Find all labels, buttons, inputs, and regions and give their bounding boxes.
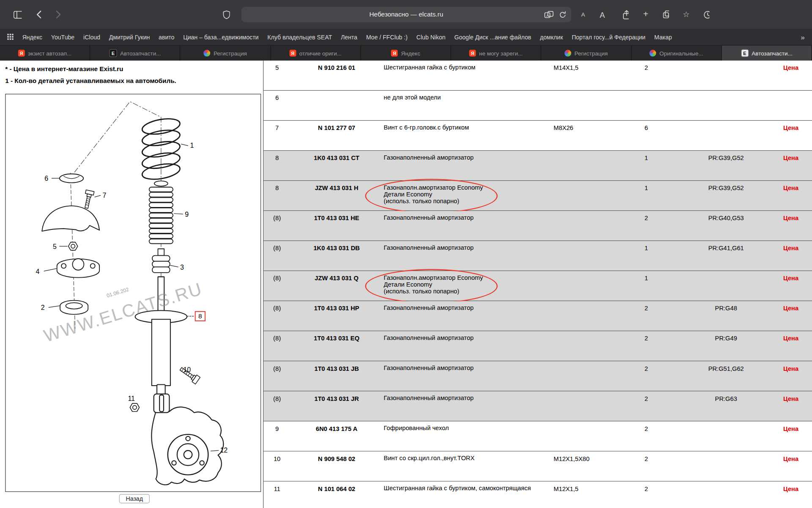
- large-a-icon: A: [600, 10, 605, 19]
- part-description: Гофрированный чехол: [384, 425, 550, 432]
- price-link[interactable]: Цена: [783, 455, 798, 462]
- browser-tab[interactable]: EАвтозапчасти...: [90, 46, 180, 61]
- note-price: * - Цена в интернет-магазине Exist.ru: [5, 63, 176, 75]
- price-link[interactable]: Цена: [783, 215, 798, 222]
- back-link-button[interactable]: Назад: [119, 494, 150, 503]
- bookmark-item[interactable]: Яндекс: [22, 34, 42, 40]
- bookmark-item[interactable]: авито: [159, 34, 174, 40]
- price-link[interactable]: Цена: [783, 305, 798, 312]
- yandex-favicon: Я: [469, 50, 476, 57]
- part-row: 10N 909 548 02Винт со скр.цил.гол.,внут.…: [263, 452, 812, 482]
- callout-9: 9: [185, 211, 189, 218]
- share-button[interactable]: [619, 0, 631, 29]
- part-number: 1T0 413 031 HP: [291, 305, 383, 312]
- bookmark-item[interactable]: домклик: [540, 34, 563, 40]
- bookmarks-items: ЯндексYouTubeiCloudДмитрий ГукинавитоЦиа…: [22, 34, 672, 40]
- part-quantity: 2: [629, 335, 664, 342]
- browser-tab[interactable]: EАвтозапчасти...: [722, 46, 812, 61]
- price-link[interactable]: Цена: [783, 124, 798, 132]
- price-link[interactable]: Цена: [783, 425, 798, 432]
- price-link[interactable]: Цена: [783, 155, 798, 162]
- browser-tab[interactable]: Яне могу зареги...: [451, 46, 541, 61]
- bearing: [60, 301, 88, 315]
- browser-tab[interactable]: Оригинальные...: [631, 46, 721, 61]
- browser-tab[interactable]: ЯЯндекс: [361, 46, 451, 61]
- part-description: Газонаполненный амортизатор: [384, 335, 550, 342]
- translate-icon[interactable]: A: [544, 11, 554, 20]
- price-link[interactable]: Цена: [783, 185, 798, 192]
- price-link[interactable]: Цена: [783, 64, 798, 72]
- sidebar-toggle-button[interactable]: [10, 0, 25, 29]
- part-size: M12X1,5: [554, 485, 631, 492]
- upper-cap: [60, 174, 83, 183]
- nut-11: [130, 403, 139, 411]
- bookmark-item[interactable]: iCloud: [83, 34, 100, 40]
- star-icon: ☆: [683, 10, 689, 19]
- price-link[interactable]: Цена: [783, 485, 798, 492]
- bolt-7: [82, 190, 94, 209]
- part-description: Газонаполненный амортизатор: [384, 215, 550, 221]
- bookmark-item[interactable]: Мое / FFClub :): [366, 34, 408, 40]
- small-a-icon: A: [581, 11, 585, 18]
- part-number: 6N0 413 175 A: [291, 425, 383, 432]
- history-button[interactable]: [700, 0, 713, 29]
- part-8-hotspot[interactable]: 8: [195, 312, 205, 321]
- browser-tab[interactable]: Яэкзист автозап...: [0, 46, 90, 61]
- tab-label: Автозапчасти...: [752, 50, 792, 56]
- tab-label: экзист автозап...: [28, 50, 71, 56]
- part-row: (8)1T0 413 031 JRГазонаполненный амортиз…: [263, 391, 812, 421]
- price-link[interactable]: Цена: [783, 335, 798, 342]
- part-row: 11N 101 064 02Шестигранная гайка с бурти…: [263, 482, 812, 508]
- position-number: (8): [263, 245, 291, 252]
- bookmarks-grid-icon[interactable]: [7, 33, 14, 42]
- bookmark-item[interactable]: Дмитрий Гукин: [109, 34, 150, 40]
- bookmark-item[interactable]: Club Nikon: [417, 34, 446, 40]
- back-button[interactable]: [33, 0, 44, 29]
- part-number: 1T0 413 031 JR: [291, 395, 383, 402]
- favorites-button[interactable]: ☆: [680, 0, 692, 29]
- text-size-decrease-button[interactable]: A: [578, 0, 588, 29]
- price-link[interactable]: Цена: [783, 275, 798, 282]
- bookmark-item[interactable]: Портал госу...й Федерации: [572, 34, 645, 40]
- tab-overview-button[interactable]: [660, 0, 672, 29]
- browser-tab[interactable]: Регистрация: [541, 46, 631, 61]
- bookmark-item[interactable]: Лента: [341, 34, 357, 40]
- bookmark-item[interactable]: Google Диск ...ание файлов: [454, 34, 531, 40]
- part-quantity: 1: [629, 275, 664, 282]
- reload-icon[interactable]: [559, 11, 566, 21]
- price-link[interactable]: Цена: [783, 395, 798, 402]
- bookmarks-overflow-chevron[interactable]: »: [801, 33, 805, 41]
- callout-12: 12: [220, 447, 228, 454]
- content-blocker-button[interactable]: [219, 0, 233, 29]
- position-number: 9: [263, 425, 291, 432]
- part-description: Шестигранная гайка с буртиком, самоконтр…: [384, 485, 550, 492]
- bookmark-item[interactable]: Клуб владельцев SEAT: [267, 34, 332, 40]
- part-size: M12X1,5X80: [554, 455, 631, 462]
- part-description: Газонаполненный амортизатор: [384, 155, 550, 161]
- tab-label: Оригинальные...: [659, 50, 703, 56]
- tab-label: отличие ориги...: [299, 50, 341, 56]
- tab-label: Регистрация: [214, 50, 247, 56]
- browser-tab[interactable]: Регистрация: [181, 46, 271, 61]
- browser-tab[interactable]: Яотличие ориги...: [271, 46, 361, 61]
- position-number: 6: [263, 94, 291, 102]
- part-quantity: 2: [629, 425, 664, 432]
- position-number: (8): [263, 395, 291, 402]
- exist-favicon: E: [741, 49, 749, 57]
- nut-5: [69, 242, 78, 250]
- bookmark-item[interactable]: YouTube: [51, 34, 74, 40]
- text-size-increase-button[interactable]: A: [597, 0, 608, 29]
- callout-2: 2: [41, 304, 45, 311]
- address-bar[interactable]: Небезопасно — elcats.ru A: [241, 7, 571, 22]
- forward-button[interactable]: [53, 0, 64, 29]
- bookmarks-bar: ЯндексYouTubeiCloudДмитрий ГукинавитоЦиа…: [0, 29, 812, 46]
- chevron-left-icon: [36, 10, 41, 19]
- bookmark-item[interactable]: Циан – база...едвижимости: [183, 34, 258, 40]
- part-row: (8)JZW 413 031 QГазонаполн.амортизатор E…: [263, 271, 812, 301]
- note-quantity: 1 - Кол-во деталей устанавливаемых на ав…: [5, 75, 176, 87]
- sidebar-icon: [14, 11, 22, 18]
- new-tab-button[interactable]: +: [640, 0, 651, 29]
- price-link[interactable]: Цена: [783, 245, 798, 252]
- price-link[interactable]: Цена: [783, 365, 798, 372]
- bookmark-item[interactable]: Макар: [654, 34, 672, 40]
